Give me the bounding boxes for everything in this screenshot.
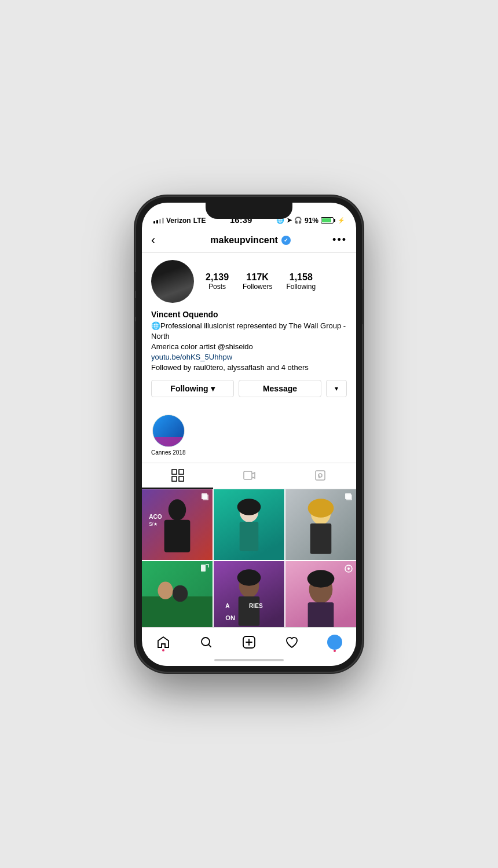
followed-by: Followed by raul0tero, alyssaflash and 4… <box>151 363 309 372</box>
avatar <box>151 260 194 303</box>
following-chevron: ▾ <box>211 384 215 393</box>
network-label: LTE <box>193 217 206 225</box>
svg-rect-0 <box>172 470 177 474</box>
home-dot <box>162 649 164 651</box>
svg-rect-3 <box>179 477 184 481</box>
username-area: makeupvincent <box>210 235 290 246</box>
svg-rect-2 <box>172 477 177 481</box>
multi-post-icon <box>200 492 210 501</box>
svg-point-16 <box>237 499 261 515</box>
svg-rect-13 <box>203 495 208 500</box>
nav-add[interactable] <box>228 633 270 651</box>
headphones-icon: 🎧 <box>294 217 302 224</box>
search-icon <box>199 635 213 649</box>
highlights: Cannes 2018 <box>142 412 356 463</box>
following-stat[interactable]: 1,158 Following <box>286 272 316 291</box>
verified-badge <box>281 236 291 245</box>
bio-text: 🌐Professional illusionist represented by… <box>151 321 347 373</box>
tab-bar <box>142 463 356 489</box>
photo-5: A RIES ON <box>214 561 284 627</box>
following-label: Following <box>286 283 316 291</box>
charging-icon: ⚡ <box>338 217 345 224</box>
multi-icon-6 <box>344 564 353 573</box>
photo-2 <box>214 489 284 560</box>
svg-point-27 <box>173 585 188 602</box>
carrier-label: Verizon <box>166 217 191 225</box>
svg-rect-17 <box>240 522 259 551</box>
following-label: Following <box>170 384 208 393</box>
display-name: Vincent Oquendo <box>151 310 347 319</box>
action-buttons: Following ▾ Message ▾ <box>151 380 347 397</box>
photo-5-content: A RIES ON <box>214 561 284 627</box>
ig-header: ‹ makeupvincent ••• <box>142 228 356 253</box>
message-button[interactable]: Message <box>239 380 321 397</box>
grid-item-3[interactable] <box>285 489 356 560</box>
multi-post-icon-3 <box>344 492 353 501</box>
nav-activity[interactable] <box>270 633 313 651</box>
home-indicator-bar <box>214 659 284 661</box>
instagram-content[interactable]: ‹ makeupvincent ••• 2,139 Posts <box>142 228 356 627</box>
phone-screen: Verizon LTE 16:39 🌐 ➤ 🎧 91% ⚡ <box>142 203 356 666</box>
following-button[interactable]: Following ▾ <box>151 380 234 397</box>
svg-rect-9 <box>164 520 191 552</box>
tagged-icon <box>314 469 327 482</box>
nav-profile[interactable] <box>313 632 356 652</box>
tab-tagged[interactable] <box>285 463 356 489</box>
svg-rect-1 <box>179 470 184 474</box>
status-left: Verizon LTE <box>153 217 206 225</box>
highlight-circle <box>152 415 185 447</box>
svg-rect-21 <box>310 523 332 554</box>
svg-text:S/★: S/★ <box>149 522 158 527</box>
multi-icon-3 <box>344 492 353 501</box>
multi-post-icon-4 <box>200 564 210 573</box>
grid-item-5[interactable]: A RIES ON <box>214 561 284 627</box>
phone-frame: Verizon LTE 16:39 🌐 ➤ 🎧 91% ⚡ <box>136 197 362 672</box>
back-button[interactable]: ‹ <box>151 233 169 248</box>
grid-item-4[interactable] <box>142 561 213 627</box>
igtv-icon <box>243 469 255 482</box>
dropdown-chevron: ▾ <box>335 384 338 393</box>
battery-indicator <box>321 217 335 224</box>
dropdown-button[interactable]: ▾ <box>326 380 347 397</box>
svg-text:ACO: ACO <box>149 514 162 520</box>
tab-igtv[interactable] <box>213 463 284 489</box>
more-options-button[interactable]: ••• <box>332 234 347 246</box>
svg-point-41 <box>347 567 350 570</box>
message-label: Message <box>263 384 297 393</box>
svg-text:A: A <box>225 603 230 610</box>
following-count: 1,158 <box>290 272 313 283</box>
add-icon <box>242 635 256 649</box>
posts-label: Posts <box>208 283 226 291</box>
grid-item-1[interactable]: ACO S/★ <box>142 489 213 560</box>
bio-section: Vincent Oquendo 🌐Professional illusionis… <box>151 310 347 373</box>
signal-bars <box>153 218 164 224</box>
svg-rect-28 <box>201 565 206 572</box>
highlight-item[interactable]: Cannes 2018 <box>151 415 186 456</box>
nav-home[interactable] <box>142 633 185 651</box>
multi-icon-1 <box>200 492 210 501</box>
bio-line1: 🌐Professional illusionist represented by… <box>151 321 346 340</box>
photo-2-content <box>214 489 284 560</box>
grid-item-6[interactable] <box>285 561 356 627</box>
status-right: 🌐 ➤ 🎧 91% ⚡ <box>276 217 345 225</box>
profile-section: 2,139 Posts 117K Followers 1,158 Followi… <box>142 253 356 413</box>
bio-link[interactable]: youtu.be/ohKS_5Uhhpw <box>151 353 232 361</box>
followers-label: Followers <box>243 283 272 291</box>
posts-stat: 2,139 Posts <box>206 272 229 291</box>
highlight-label: Cannes 2018 <box>151 449 186 456</box>
profile-avatar-nav <box>327 635 342 650</box>
nav-search[interactable] <box>185 633 228 651</box>
svg-point-38 <box>307 570 335 588</box>
tab-grid[interactable] <box>142 463 213 489</box>
home-icon <box>156 635 170 649</box>
battery-body <box>321 217 334 224</box>
svg-rect-23 <box>346 495 352 500</box>
profile-top: 2,139 Posts 117K Followers 1,158 Followi… <box>151 260 347 303</box>
posts-count: 2,139 <box>206 272 229 283</box>
home-indicator <box>142 654 356 666</box>
followers-stat[interactable]: 117K Followers <box>243 272 272 291</box>
notch <box>206 203 292 219</box>
grid-icon <box>171 469 184 482</box>
grid-item-2[interactable] <box>214 489 284 560</box>
svg-point-26 <box>158 582 173 600</box>
